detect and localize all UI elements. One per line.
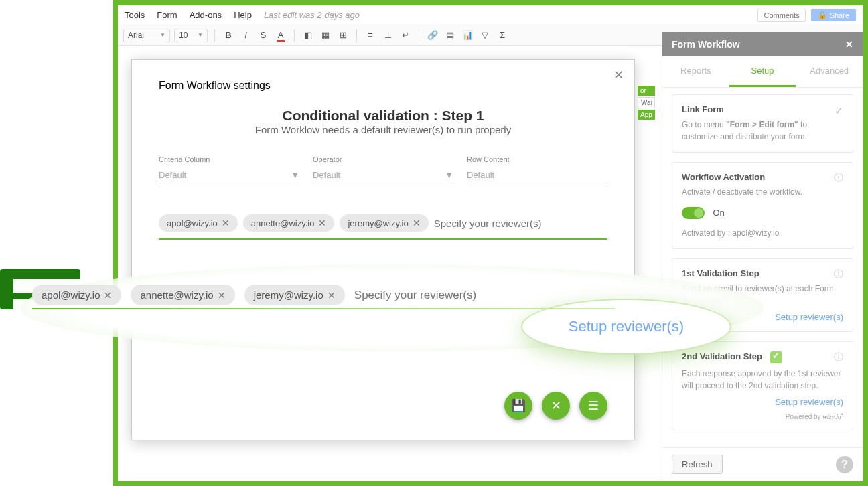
operator-select[interactable]: Default▼ [313,167,453,183]
step2-checkbox[interactable] [770,351,782,363]
cancel-button[interactable]: ✕ [542,392,570,420]
close-icon[interactable]: ✕ [845,39,853,50]
reviewer-input[interactable] [354,289,496,302]
comments-button[interactable]: Comments [757,9,805,22]
card-title: Link Form [682,104,843,114]
cell: or [638,86,655,96]
share-button[interactable]: 🔒 Share [811,9,856,21]
card-title: Workflow Activation [682,172,843,182]
chevron-down-icon: ▼ [198,32,203,38]
link-icon[interactable]: 🔗 [426,30,439,40]
card-title: 2nd Validation Step [682,351,843,363]
sidebar-tabs: Reports Setup Advanced [662,56,863,88]
bold-icon[interactable]: B [222,30,235,40]
borders-icon[interactable]: ▦ [319,30,332,40]
filter-icon[interactable]: ▽ [478,30,492,40]
callout-underline [32,308,615,309]
criteria-column-label: Criteria Column [159,155,299,163]
menu-tools[interactable]: Tools [125,10,145,20]
font-select[interactable]: Arial▼ [123,29,170,42]
setup-reviewers-link[interactable]: Setup reviewer(s) [775,312,843,322]
remove-chip-icon[interactable]: ✕ [218,290,226,301]
remove-chip-icon[interactable]: ✕ [104,290,112,301]
cell: App [638,110,655,120]
powered-by: Powered by wizy.io• [682,411,843,420]
reviewer-chip[interactable]: jeremy@wizy.io✕ [244,285,345,305]
fontsize-select[interactable]: 10▼ [174,29,208,42]
menu-addons[interactable]: Add-ons [190,10,222,20]
tab-setup[interactable]: Setup [729,56,796,87]
menu-button[interactable]: ☰ [579,392,607,420]
halign-icon[interactable]: ≡ [364,30,377,40]
divider [294,29,295,42]
card-step2: ⓘ 2nd Validation Step Each response appr… [672,341,853,430]
sidebar: Form Workflow ✕ Reports Setup Advanced ✓… [662,32,863,481]
toggle-label: On [713,208,724,218]
font-size: 10 [179,31,188,40]
activation-toggle[interactable] [682,207,705,219]
font-name: Arial [128,31,144,40]
menu-help[interactable]: Help [234,10,252,20]
operator-label: Operator [313,155,453,163]
chevron-down-icon: ▼ [445,170,453,180]
divider [419,29,419,42]
reviewer-chips-row: apol@wizy.io✕ annette@wizy.io✕ jeremy@wi… [159,210,607,240]
callout-chips: apol@wizy.io✕ annette@wizy.io✕ jeremy@wi… [32,285,496,305]
remove-chip-icon[interactable]: ✕ [328,290,336,301]
strikethrough-icon[interactable]: S [257,30,270,40]
sidebar-footer: Refresh ? [662,447,863,481]
wrap-icon[interactable]: ↵ [399,30,412,40]
check-icon: ✓ [835,104,843,117]
callout-label: Setup reviewer(s) [569,318,684,335]
setup-reviewers-link[interactable]: Setup reviewer(s) [775,397,843,407]
save-icon: 💾 [511,398,526,413]
fill-color-icon[interactable]: ◧ [301,30,315,40]
card-text: Go to menu "Form > Edit form" to customi… [682,118,843,143]
sidebar-header: Form Workflow ✕ [662,32,863,56]
criteria-column-select[interactable]: Default▼ [159,167,299,183]
last-edit-text[interactable]: Last edit was 2 days ago [264,10,360,20]
cell: Wai [638,97,655,108]
sidebar-title: Form Workflow [672,39,740,50]
reviewer-input[interactable] [434,218,607,229]
modal-subheading: Form Worklow needs a default reviewer(s)… [159,124,607,135]
chevron-down-icon: ▼ [291,170,299,180]
info-icon: ⓘ [834,172,843,184]
valign-icon[interactable]: ⊥ [381,30,394,40]
reviewer-chip[interactable]: jeremy@wizy.io✕ [340,214,428,232]
row-content-input[interactable]: Default [467,167,607,183]
save-button[interactable]: 💾 [504,392,532,420]
close-icon[interactable]: ✕ [613,68,624,82]
tab-advanced[interactable]: Advanced [796,56,863,87]
spreadsheet-cells: or Wai App [638,86,655,121]
help-icon[interactable]: ? [836,456,853,473]
refresh-button[interactable]: Refresh [672,455,723,474]
menu-icon: ☰ [588,398,599,413]
divider [214,29,215,42]
modal-title: Form Workflow settings [159,80,607,92]
menu-form[interactable]: Form [157,10,177,20]
info-icon: ⓘ [834,351,843,363]
divider [356,29,357,42]
close-icon: ✕ [551,398,561,413]
reviewer-chip[interactable]: apol@wizy.io✕ [159,214,238,232]
tab-reports[interactable]: Reports [662,56,729,87]
remove-chip-icon[interactable]: ✕ [413,218,421,228]
card-link-form: ✓ Link Form Go to menu "Form > Edit form… [672,94,853,153]
italic-icon[interactable]: I [239,30,252,40]
remove-chip-icon[interactable]: ✕ [318,218,326,228]
chart-icon[interactable]: 📊 [461,30,474,40]
row-content-label: Row Content [467,155,607,163]
functions-icon[interactable]: Σ [496,30,509,40]
remove-chip-icon[interactable]: ✕ [222,218,230,228]
comment-icon[interactable]: ▤ [443,30,457,40]
card-text: Each response approved by the 1st review… [682,368,843,392]
text-color-icon[interactable]: A [274,30,287,40]
reviewer-chip[interactable]: annette@wizy.io✕ [131,285,234,305]
app-frame: Tools Form Add-ons Help Last edit was 2 … [113,0,868,486]
reviewer-chip[interactable]: apol@wizy.io✕ [32,285,121,305]
modal-heading: Conditional validation : Step 1 [159,108,607,124]
card-title: 1st Validation Step [682,268,843,278]
merge-icon[interactable]: ⊞ [336,30,350,40]
reviewer-chip[interactable]: annette@wizy.io✕ [243,214,335,232]
